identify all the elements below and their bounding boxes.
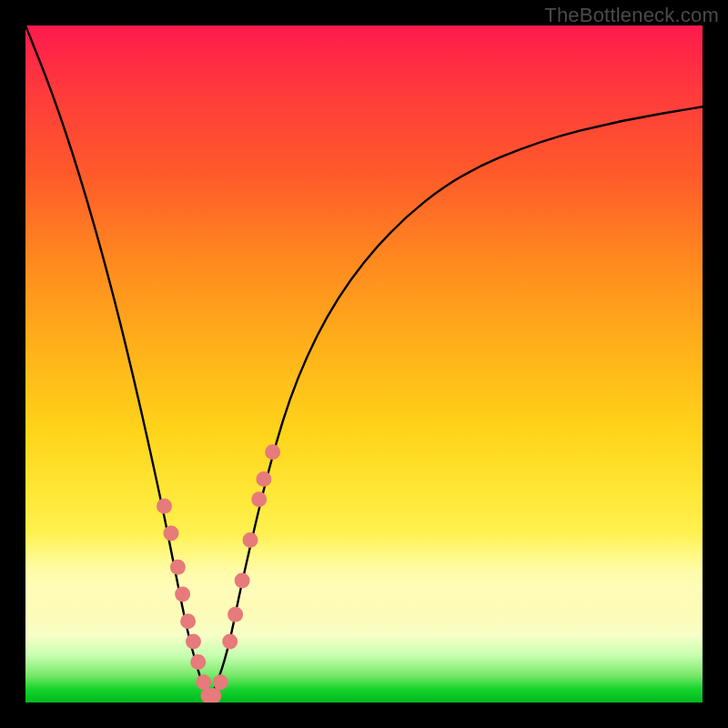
highlight-dot [265,444,280,460]
highlight-dot [256,471,271,487]
highlight-dot [180,613,196,629]
highlight-dot [157,499,172,514]
highlight-dot [243,532,258,548]
highlight-dot [213,674,228,690]
highlight-dot [228,607,243,622]
bottleneck-curve [25,25,703,696]
highlight-dot [190,654,206,670]
highlight-dot [186,634,201,650]
highlight-dot [170,560,186,575]
highlight-dot [175,587,190,602]
highlight-dot [222,634,238,650]
curve-layer [25,25,703,703]
plot-area [25,25,703,703]
highlight-dot [196,674,211,690]
watermark-text: TheBottleneck.com [544,4,719,27]
highlight-dots-group [157,444,280,703]
highlight-dot [235,573,250,589]
chart-frame: TheBottleneck.com [0,0,728,728]
highlight-dot [251,491,267,507]
highlight-dot [164,526,179,541]
